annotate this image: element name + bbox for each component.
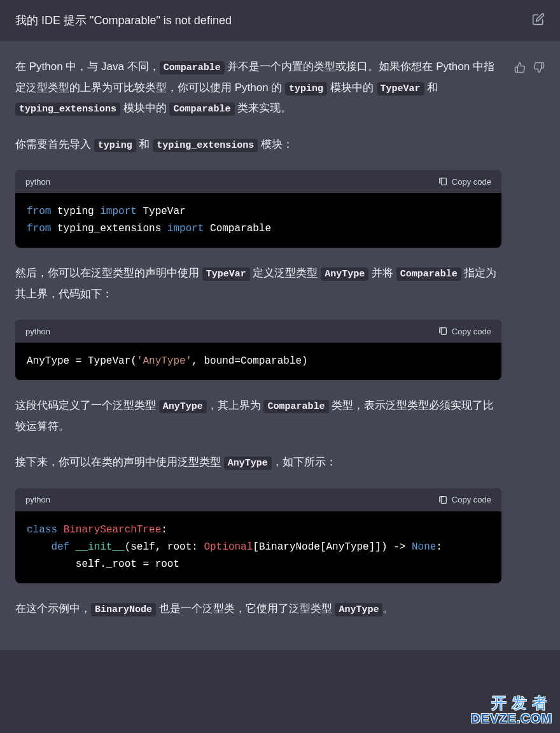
svg-rect-0 [441, 178, 446, 185]
code-header: python Copy code [15, 488, 501, 511]
clipboard-icon [438, 495, 448, 505]
thumbs-down-icon[interactable] [533, 62, 545, 635]
code-language-label: python [25, 177, 50, 187]
inline-code: TypeVar [202, 267, 250, 281]
inline-code: TypeVar [377, 82, 424, 96]
inline-code: Comparable [396, 267, 461, 281]
feedback-buttons [514, 57, 545, 635]
code-block-3: python Copy code class BinarySearchTree:… [15, 488, 501, 584]
assistant-response: 在 Python 中，与 Java 不同，Comparable 并不是一个内置的… [0, 41, 560, 650]
code-block-2: python Copy code AnyType = TypeVar('AnyT… [15, 320, 501, 380]
svg-rect-1 [441, 328, 446, 335]
code-language-label: python [25, 327, 50, 336]
copy-code-button[interactable]: Copy code [438, 326, 491, 336]
paragraph-5: 接下来，你可以在类的声明中使用泛型类型 AnyType，如下所示： [15, 452, 501, 473]
inline-code: typing [94, 139, 136, 152]
inline-code: Comparable [160, 61, 225, 75]
copy-code-label: Copy code [452, 495, 491, 504]
watermark-top: 开发者 [471, 695, 552, 711]
inline-code: typing [285, 82, 327, 96]
paragraph-6: 在这个示例中，BinaryNode 也是一个泛型类，它使用了泛型类型 AnyTy… [15, 599, 501, 620]
inline-code: typing_extensions [153, 139, 258, 152]
inline-code: AnyType [321, 267, 368, 281]
copy-code-label: Copy code [452, 177, 491, 187]
thumbs-up-icon[interactable] [514, 62, 526, 635]
inline-code: Comparable [169, 103, 234, 116]
edit-icon[interactable] [532, 13, 545, 28]
paragraph-3: 然后，你可以在泛型类型的声明中使用 TypeVar 定义泛型类型 AnyType… [15, 263, 501, 304]
watermark: 开发者 DEVZE.COM [471, 695, 552, 725]
user-message-title: 我的 IDE 提示 "Comparable" is not defined [15, 13, 232, 28]
copy-code-button[interactable]: Copy code [438, 495, 491, 505]
code-header: python Copy code [15, 320, 501, 343]
code-language-label: python [25, 495, 50, 504]
user-message-header: 我的 IDE 提示 "Comparable" is not defined [0, 0, 560, 41]
code-body: from typing import TypeVar from typing_e… [15, 193, 501, 248]
inline-code: Comparable [263, 400, 328, 413]
watermark-bottom: DEVZE.COM [471, 711, 552, 725]
inline-code: AnyType [335, 603, 382, 616]
inline-code: AnyType [224, 457, 272, 470]
clipboard-icon [438, 176, 448, 187]
paragraph-2: 你需要首先导入 typing 和 typing_extensions 模块： [15, 134, 501, 155]
svg-rect-2 [441, 496, 446, 503]
paragraph-1: 在 Python 中，与 Java 不同，Comparable 并不是一个内置的… [15, 57, 501, 119]
response-body: 在 Python 中，与 Java 不同，Comparable 并不是一个内置的… [15, 57, 501, 635]
code-body: class BinarySearchTree: def __init__(sel… [15, 511, 501, 584]
code-body: AnyType = TypeVar('AnyType', bound=Compa… [15, 343, 501, 380]
paragraph-4: 这段代码定义了一个泛型类型 AnyType，其上界为 Comparable 类型… [15, 395, 501, 437]
inline-code: BinaryNode [91, 603, 156, 616]
clipboard-icon [438, 326, 448, 336]
code-block-1: python Copy code from typing import Type… [15, 170, 501, 248]
inline-code: typing_extensions [15, 103, 120, 116]
copy-code-label: Copy code [452, 327, 491, 336]
code-header: python Copy code [15, 170, 501, 193]
copy-code-button[interactable]: Copy code [438, 176, 491, 187]
inline-code: AnyType [159, 400, 207, 413]
